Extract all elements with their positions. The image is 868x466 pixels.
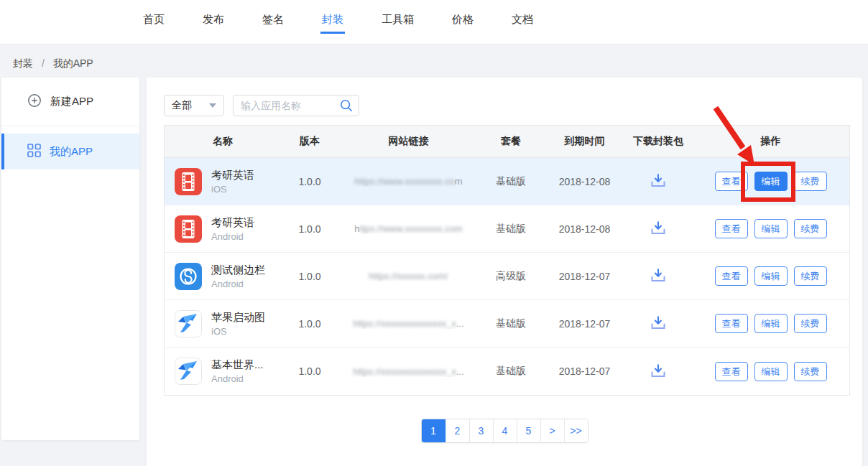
app-name: 考研英语 [211,169,254,182]
chevron-down-icon [209,103,216,108]
breadcrumb: 封装 / 我的APP [13,57,93,70]
page-button-3[interactable]: 3 [469,419,493,442]
film-app-icon [175,215,202,243]
app-name: 测试侧边栏 [211,264,265,277]
edit-button[interactable]: 编辑 [754,314,788,333]
breadcrumb-my-app: 我的APP [53,57,93,69]
download-icon[interactable] [650,267,667,285]
view-button[interactable]: 查看 [715,219,748,238]
download-icon[interactable] [650,363,667,381]
breadcrumb-package[interactable]: 封装 [13,57,33,69]
plan-badge: 基础版 [479,317,543,330]
plan-badge: 基础版 [479,175,543,188]
nav-item-price[interactable]: 价格 [451,10,475,34]
table-row: 测试侧边栏 Android 1.0.0 https://xxxxxx.com/ … [165,253,849,300]
edit-button[interactable]: 编辑 [754,362,788,381]
app-version: 1.0.0 [281,223,338,235]
renew-button[interactable]: 续费 [794,314,827,333]
plan-badge: 基础版 [479,223,543,236]
app-table: 名称 版本 网站链接 套餐 到期时间 下载封装包 操作 考研英语 iOS [164,125,850,396]
expire-date: 2018-12-08 [543,176,626,187]
view-button[interactable]: 查看 [715,172,748,191]
column-header-plan: 套餐 [479,135,543,148]
table-row: 基本世界... Android 1.0.0 https://xxxxxxxxxx… [165,348,849,395]
expire-date: 2018-12-07 [543,271,626,282]
bird-app-icon [175,310,202,337]
expire-date: 2018-12-07 [543,318,626,330]
site-link-blurred: https://xxxxxxxxxxxxxx_x... [338,318,479,329]
search-icon[interactable] [339,98,354,116]
nav-item-home[interactable]: 首页 [142,10,166,34]
filter-bar: 全部 [164,95,359,116]
app-name: 考研英语 [211,216,254,230]
column-header-expires: 到期时间 [543,135,626,148]
s-logo-app-icon [175,263,202,290]
category-dropdown-value: 全部 [172,99,192,112]
table-row: 考研英语 iOS 1.0.0 https://www.xxxxxxxx.com … [165,158,849,205]
nav-item-publish[interactable]: 发布 [201,10,226,34]
content-card: 全部 名称 版本 网站链接 套餐 到期时间 下载封装包 操作 [147,78,862,466]
page-button-4[interactable]: 4 [493,419,517,442]
app-version: 1.0.0 [281,271,338,282]
expire-date: 2018-12-07 [543,365,626,377]
sidebar-item-new-app[interactable]: 新建APP [1,78,139,126]
app-version: 1.0.0 [281,176,338,187]
download-icon[interactable] [650,220,667,238]
expire-date: 2018-12-08 [543,223,626,235]
column-header-version: 版本 [281,135,338,148]
site-link-blurred: https://xxxxxxxxxxxxxx_x... [338,366,479,377]
renew-button[interactable]: 续费 [794,266,827,286]
sidebar-item-label: 新建APP [50,95,93,108]
column-header-link: 网站链接 [338,135,479,148]
page-button-2[interactable]: 2 [445,419,469,442]
last-page-button[interactable]: >> [564,419,588,442]
app-version: 1.0.0 [281,318,338,330]
app-platform: Android [211,231,254,242]
next-page-button[interactable]: > [540,419,564,442]
table-row: 考研英语 Android 1.0.0 https://www.xxxxxxxx.… [165,205,849,253]
view-button[interactable]: 查看 [715,314,748,333]
download-icon[interactable] [650,314,667,332]
sidebar: 新建APP 我的APP [1,78,139,440]
renew-button[interactable]: 续费 [794,362,827,381]
view-button[interactable]: 查看 [715,266,748,286]
app-platform: iOS [211,326,265,337]
renew-button[interactable]: 续费 [794,172,827,191]
nav-item-toolbox[interactable]: 工具箱 [380,10,415,34]
plus-circle-icon [27,93,42,111]
site-link-blurred: https://www.xxxxxxxx.com [338,176,479,187]
app-name: 基本世界... [211,358,264,372]
app-name: 苹果启动图 [211,311,265,325]
app-platform: iOS [211,184,254,195]
breadcrumb-separator: / [42,57,45,69]
app-version: 1.0.0 [281,365,338,377]
page: 首页 发布 签名 封装 工具箱 价格 文档 封装 / 我的APP 新建APP 我… [0,0,868,466]
grid-icon [27,144,41,160]
plan-badge: 高级版 [479,270,543,283]
edit-button[interactable]: 编辑 [754,266,788,286]
renew-button[interactable]: 续费 [794,219,827,238]
nav-list: 首页 发布 签名 封装 工具箱 价格 文档 [142,10,535,34]
sidebar-item-label: 我的APP [50,145,93,159]
page-button-5[interactable]: 5 [517,419,540,442]
site-link-blurred: https://xxxxxx.com/ [338,271,479,281]
sidebar-item-my-app[interactable]: 我的APP [1,134,139,169]
edit-button[interactable]: 编辑 [754,219,788,238]
app-platform: Android [211,279,265,289]
nav-item-package-active[interactable]: 封装 [320,10,345,34]
table-row: 苹果启动图 iOS 1.0.0 https://xxxxxxxxxxxxxx_x… [165,300,849,348]
column-header-download: 下载封装包 [626,135,691,148]
page-button-1[interactable]: 1 [422,419,445,442]
view-button[interactable]: 查看 [715,362,748,381]
nav-item-sign[interactable]: 签名 [261,10,285,34]
nav-item-docs[interactable]: 文档 [510,10,535,34]
plan-badge: 基础版 [479,365,543,378]
pagination: 1 2 3 4 5 > >> [147,419,862,443]
category-dropdown[interactable]: 全部 [164,95,224,116]
edit-button[interactable]: 编辑 [754,172,788,191]
site-link-blurred: https://www.xxxxxxxx.com [338,223,479,234]
download-icon[interactable] [650,172,667,190]
search-box [233,95,359,116]
film-app-icon [175,168,202,195]
column-header-name: 名称 [165,135,281,148]
